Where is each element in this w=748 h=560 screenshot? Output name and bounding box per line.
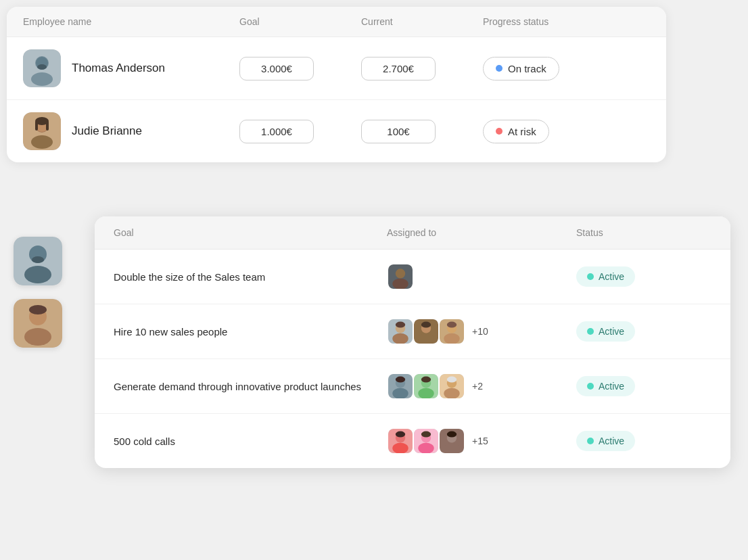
svg-point-53 [418, 443, 434, 454]
status-dot-red [496, 128, 502, 135]
svg-point-50 [396, 431, 405, 438]
svg-point-30 [421, 322, 431, 328]
table-header-row: Employee name Goal Current Progress stat… [7, 7, 666, 37]
assigned-avatar-3-3 [438, 373, 465, 400]
status-cell-goal-1[interactable]: Active [576, 266, 711, 287]
status-label-1: On track [508, 63, 546, 74]
employee-name-2: Judie Brianne [72, 124, 142, 138]
active-dot-1 [587, 273, 594, 280]
status-cell-goal-4[interactable]: Active [576, 431, 711, 451]
goals-col-goal: Goal [114, 227, 387, 238]
goal-text-1: Double the size of the Sales team [114, 270, 371, 284]
goal-row-4: 500 cold calls [95, 414, 730, 468]
assigned-avatar-1-1 [387, 263, 414, 290]
goals-col-assigned: Assigned to [387, 227, 576, 238]
assigned-avatar-2-3 [438, 318, 465, 345]
goal-row-2: Hire 10 new sales people [95, 304, 730, 359]
svg-point-41 [418, 388, 434, 399]
employee-name-1: Thomas Anderson [72, 62, 165, 75]
left-avatar-1 [14, 237, 62, 285]
svg-rect-10 [35, 121, 38, 131]
employee-row-2: Judie Brianne 1.000€ 100€ At risk [7, 100, 666, 162]
assigned-avatar-4-3 [438, 427, 465, 454]
assigned-avatar-3-1 [387, 373, 414, 400]
current-value-2: 100€ [361, 120, 483, 143]
active-label-2: Active [599, 326, 624, 337]
status-cell-goal-3[interactable]: Active [576, 376, 711, 396]
svg-point-57 [444, 443, 459, 454]
goal-value-1: 3.000€ [239, 57, 361, 80]
assigned-avatar-3-2 [413, 373, 440, 400]
left-avatar-2 [14, 299, 62, 348]
col-employee-name: Employee name [23, 16, 239, 27]
status-cell-1[interactable]: On track [483, 57, 650, 80]
assigned-avatar-2-1 [387, 318, 414, 345]
goals-table-header: Goal Assigned to Status [95, 216, 730, 250]
employee-cell-1: Thomas Anderson [23, 49, 239, 87]
active-dot-4 [587, 438, 594, 444]
goal-text-3: Generate demand through innovative produ… [114, 379, 371, 394]
svg-point-42 [421, 377, 431, 383]
status-cell-goal-2[interactable]: Active [576, 321, 711, 342]
more-count-3: +2 [472, 381, 483, 392]
svg-point-33 [444, 333, 459, 344]
active-label-4: Active [599, 436, 624, 446]
assigned-cell-4: +15 [387, 427, 576, 454]
svg-point-15 [32, 256, 44, 263]
active-dot-2 [587, 328, 594, 335]
goal-text-4: 500 cold calls [114, 434, 371, 448]
status-cell-2[interactable]: At risk [483, 120, 650, 143]
assigned-avatar-4-2 [413, 427, 440, 454]
goal-value-2: 1.000€ [239, 120, 361, 143]
avatar-judie [23, 112, 61, 150]
status-dot-blue [496, 65, 502, 72]
goal-row-3: Generate demand through innovative produ… [95, 359, 730, 414]
active-dot-3 [587, 383, 594, 390]
svg-point-45 [444, 388, 459, 399]
svg-point-37 [392, 388, 408, 399]
col-current: Current [361, 16, 483, 27]
active-label-1: Active [599, 271, 624, 282]
svg-point-18 [24, 328, 51, 346]
col-progress-status: Progress status [483, 16, 650, 27]
svg-point-2 [31, 72, 53, 86]
current-value-1: 2.700€ [361, 57, 483, 80]
employee-table: Employee name Goal Current Progress stat… [7, 7, 666, 162]
goals-table: Goal Assigned to Status Double the size … [95, 216, 730, 468]
svg-point-21 [396, 269, 405, 278]
assigned-avatar-2-2 [413, 318, 440, 345]
assigned-cell-2: +10 [387, 318, 576, 345]
svg-point-19 [29, 305, 47, 314]
svg-point-22 [392, 279, 408, 289]
svg-point-38 [396, 377, 405, 383]
goals-col-status: Status [576, 227, 711, 238]
svg-point-7 [31, 135, 53, 149]
assigned-avatar-4-1 [387, 427, 414, 454]
col-goal: Goal [239, 16, 361, 27]
employee-cell-2: Judie Brianne [23, 112, 239, 150]
svg-point-26 [396, 322, 405, 328]
active-label-3: Active [599, 381, 624, 392]
goal-row-1: Double the size of the Sales team Active [95, 250, 730, 304]
goal-text-2: Hire 10 new sales people [114, 325, 371, 339]
svg-point-49 [392, 443, 408, 454]
svg-point-54 [421, 431, 431, 438]
assigned-cell-1 [387, 263, 576, 290]
left-avatar-group [14, 237, 62, 348]
avatar-thomas [23, 49, 61, 87]
svg-point-14 [24, 266, 51, 283]
assigned-cell-3: +2 [387, 373, 576, 400]
svg-point-46 [447, 377, 457, 383]
svg-rect-11 [46, 121, 49, 131]
more-count-4: +15 [472, 436, 488, 446]
svg-point-25 [392, 333, 408, 344]
employee-row-1: Thomas Anderson 3.000€ 2.700€ On track [7, 37, 666, 100]
status-label-2: At risk [508, 126, 536, 137]
more-count-2: +10 [472, 326, 488, 337]
svg-point-4 [37, 64, 47, 70]
svg-point-34 [447, 322, 457, 328]
svg-point-29 [418, 333, 434, 344]
svg-point-58 [447, 431, 457, 438]
